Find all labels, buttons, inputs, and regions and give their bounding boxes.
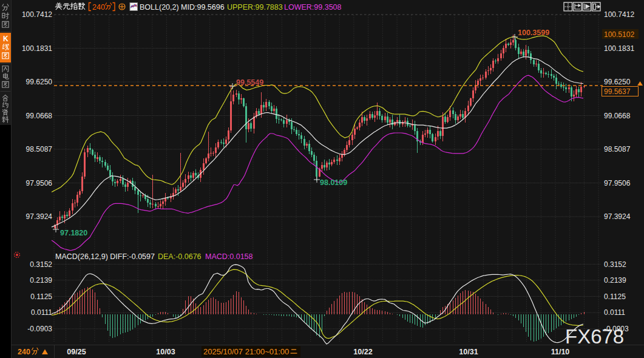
svg-text:0.2139: 0.2139 — [604, 276, 626, 285]
svg-text:99.6250: 99.6250 — [604, 78, 631, 86]
svg-text:11/10: 11/10 — [551, 348, 570, 356]
svg-text:98.5087: 98.5087 — [26, 145, 53, 154]
svg-text:100.3599: 100.3599 — [518, 29, 549, 37]
svg-text:99.0668: 99.0668 — [604, 112, 631, 120]
svg-text:99.0668: 99.0668 — [26, 112, 53, 120]
svg-text:100.1831: 100.1831 — [22, 44, 52, 53]
svg-text:99.6250: 99.6250 — [26, 78, 53, 86]
svg-text:97.3924: 97.3924 — [604, 212, 631, 221]
svg-text:0.3152: 0.3152 — [30, 260, 52, 269]
svg-text:10/22: 10/22 — [353, 348, 372, 356]
svg-text:MACD(26,12,9) DIFF:-0.0597: MACD(26,12,9) DIFF:-0.0597 — [55, 252, 155, 261]
svg-text:DEA:-0.0676: DEA:-0.0676 — [158, 252, 202, 261]
svg-text:0.0111: 0.0111 — [604, 308, 625, 317]
svg-text:2025/10/07 21:00~01:00: 2025/10/07 21:00~01:00 — [203, 347, 289, 356]
svg-text:K: K — [3, 35, 8, 43]
svg-text:100.1831: 100.1831 — [604, 44, 634, 53]
svg-text:97.1820: 97.1820 — [60, 229, 87, 237]
svg-text:100.7412: 100.7412 — [22, 10, 52, 19]
svg-text:97.9506: 97.9506 — [604, 179, 631, 187]
svg-text:0.2139: 0.2139 — [30, 276, 52, 285]
svg-text:240: 240 — [18, 348, 30, 356]
svg-text:0.1125: 0.1125 — [30, 292, 52, 301]
svg-text:LOWER:99.3508: LOWER:99.3508 — [284, 3, 342, 12]
svg-text:97.3924: 97.3924 — [26, 212, 53, 221]
svg-text:99.5637: 99.5637 — [604, 87, 631, 96]
svg-text:100.7412: 100.7412 — [604, 10, 634, 19]
svg-text:10/03: 10/03 — [156, 348, 175, 356]
svg-text:98.5087: 98.5087 — [604, 145, 631, 154]
svg-text:240: 240 — [92, 3, 105, 12]
svg-text:100.5102: 100.5102 — [604, 30, 634, 39]
svg-text:98.0109: 98.0109 — [320, 178, 347, 187]
svg-text:97.9506: 97.9506 — [26, 179, 53, 187]
svg-text:BOLL(20,2) MID:99.5696: BOLL(20,2) MID:99.5696 — [140, 3, 225, 12]
svg-text:UPPER:99.7883: UPPER:99.7883 — [227, 3, 283, 12]
svg-text:0.0111: 0.0111 — [31, 308, 52, 317]
svg-text:10/31: 10/31 — [459, 348, 478, 356]
svg-text:0.3152: 0.3152 — [604, 260, 626, 269]
svg-text:MACD:0.0158: MACD:0.0158 — [205, 252, 253, 261]
svg-text:-0.0903: -0.0903 — [27, 325, 52, 333]
svg-text:0.1125: 0.1125 — [604, 292, 626, 301]
svg-text:-0.0903: -0.0903 — [604, 325, 629, 333]
svg-text:09/25: 09/25 — [67, 348, 86, 356]
svg-text:99.5549: 99.5549 — [236, 78, 263, 87]
